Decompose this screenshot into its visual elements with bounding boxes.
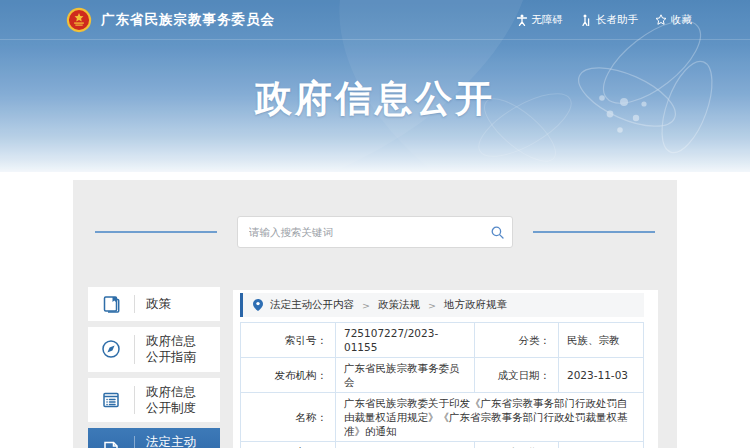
sidebar-item-policy[interactable]: 政策 [88,287,220,321]
table-row: 索引号： 725107227/2023-01155 分类： 民族、宗教 [241,323,644,358]
location-pin-icon [253,299,263,311]
doc-number-label: 文号： [241,442,336,448]
sidebar-item-label: 法定主动公开内容 [146,434,200,448]
accessibility-label: 无障碍 [532,13,564,27]
decorative-line-right [533,231,655,233]
compass-icon [88,338,134,360]
category-label: 分类： [475,323,559,358]
sidebar-menu: 政策 政府信息公开指南 [88,287,220,448]
sidebar-item-label: 政府信息公开制度 [146,384,200,417]
top-links: 无障碍 长者助手 收藏 [516,13,693,27]
search-row [73,216,677,248]
document-title-value: 广东省民族宗教委关于印发《广东省宗教事务部门行政处罚自由裁量权适用规定》《广东省… [336,393,644,442]
content-card: 政策 政府信息公开指南 [73,180,677,448]
divider [134,335,135,364]
detail-panel: 法定主动公开内容 > 政策法规 > 地方政府规章 索引号： 725107227/… [233,290,658,448]
sidebar-item-label: 政府信息公开指南 [146,333,200,366]
page-title: 政府信息公开 [0,74,750,124]
sidebar-item-statutory-disclosure[interactable]: 法定主动公开内容 [88,428,220,448]
accessibility-icon [516,14,528,26]
favorite-link[interactable]: 收藏 [655,13,692,27]
date-published-value: 2023-11-03 [559,442,644,448]
search-input[interactable] [238,217,482,247]
page: 广东省民族宗教事务委员会 无障碍 长者助手 [0,0,750,448]
search-icon [491,226,504,239]
site-logo-home-link[interactable]: 广东省民族宗教事务委员会 [66,7,275,33]
issuing-agency-label: 发布机构： [241,358,336,393]
accessibility-link[interactable]: 无障碍 [516,13,564,27]
document-icon [88,439,134,448]
book-icon [88,293,134,315]
star-icon [655,14,667,26]
breadcrumb-separator: > [362,300,370,311]
date-written-value: 2023-11-03 [559,358,644,393]
doc-number-value [336,442,475,448]
site-title: 广东省民族宗教事务委员会 [101,11,275,29]
document-detail-table: 索引号： 725107227/2023-01155 分类： 民族、宗教 发布机构… [240,322,644,448]
issuing-agency-value: 广东省民族宗教事务委员会 [336,358,475,393]
breadcrumb-item[interactable]: 法定主动公开内容 [270,298,354,312]
divider [134,386,135,415]
favorite-label: 收藏 [671,13,692,27]
category-value: 民族、宗教 [559,323,644,358]
elder-icon [580,14,592,26]
search-button[interactable] [482,217,512,247]
sidebar-item-disclosure-system[interactable]: 政府信息公开制度 [88,378,220,423]
divider [134,436,135,448]
search-box [237,216,513,248]
sidebar-item-label: 政策 [146,296,200,312]
elder-assist-link[interactable]: 长者助手 [580,13,638,27]
national-emblem-icon [66,7,92,33]
breadcrumb: 法定主动公开内容 > 政策法规 > 地方政府规章 [240,293,644,317]
document-title-label: 名称： [241,393,336,442]
table-row: 发布机构： 广东省民族宗教事务委员会 成文日期： 2023-11-03 [241,358,644,393]
list-icon [88,389,134,411]
index-number-value: 725107227/2023-01155 [336,323,475,358]
date-published-label: 发布日期： [475,442,559,448]
sidebar-item-disclosure-guide[interactable]: 政府信息公开指南 [88,327,220,372]
decorative-line-left [95,231,217,233]
elder-assist-label: 长者助手 [596,13,638,27]
breadcrumb-item-current: 地方政府规章 [444,298,507,312]
index-number-label: 索引号： [241,323,336,358]
divider [134,295,135,313]
table-row: 名称： 广东省民族宗教委关于印发《广东省宗教事务部门行政处罚自由裁量权适用规定》… [241,393,644,442]
breadcrumb-separator: > [428,300,436,311]
breadcrumb-item[interactable]: 政策法规 [378,298,420,312]
date-written-label: 成文日期： [475,358,559,393]
banner: 广东省民族宗教事务委员会 无障碍 长者助手 [0,0,750,172]
top-header-bar: 广东省民族宗教事务委员会 无障碍 长者助手 [0,0,750,40]
table-row: 文号： 发布日期： 2023-11-03 [241,442,644,448]
